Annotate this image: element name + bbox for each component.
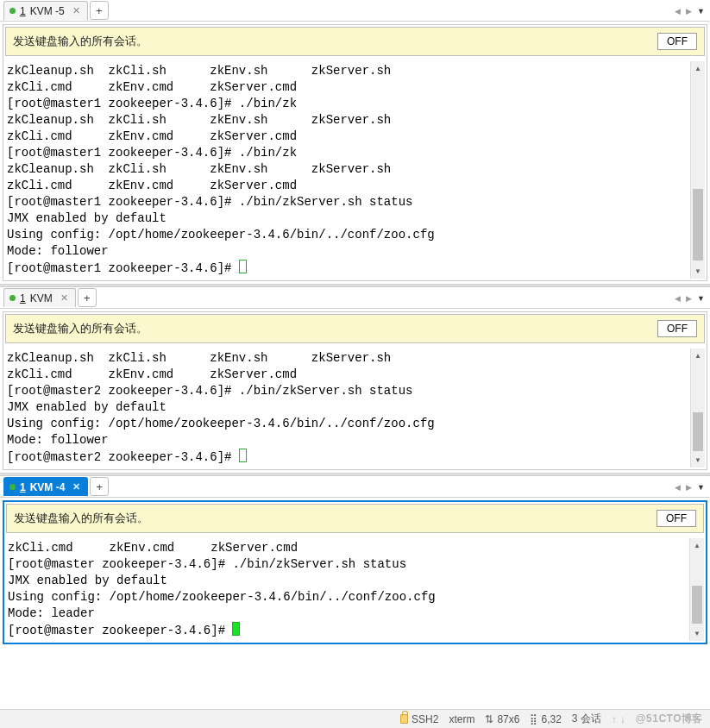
- pane-body-1: 发送键盘输入的所有会话。 OFF zkCleanup.sh zkCli.sh z…: [3, 24, 707, 281]
- terminal-area-1[interactable]: zkCleanup.sh zkCli.sh zkEnv.sh zkServer.…: [5, 61, 705, 279]
- scrollbar[interactable]: ▲ ▼: [689, 538, 704, 641]
- status-pos-text: 6,32: [541, 713, 561, 725]
- tabbar-controls: ◀ ▶ ▼: [675, 0, 705, 22]
- notice-text: 发送键盘输入的所有会话。: [13, 321, 148, 336]
- lock-icon: [400, 714, 408, 724]
- broadcast-notice: 发送键盘输入的所有会话。 OFF: [6, 504, 704, 533]
- status-dot-icon: [9, 484, 16, 490]
- tabbar-3: 1 KVM -4 ✕ + ◀ ▶ ▼: [0, 476, 710, 498]
- tab-kvm[interactable]: 1 KVM ✕: [3, 288, 76, 307]
- broadcast-off-button[interactable]: OFF: [657, 510, 696, 527]
- scroll-down-icon[interactable]: ▼: [690, 626, 704, 641]
- status-proto-text: SSH2: [412, 713, 438, 725]
- broadcast-off-button[interactable]: OFF: [657, 320, 697, 337]
- scroll-down-icon[interactable]: ▼: [691, 264, 705, 279]
- down-arrow-icon[interactable]: ↓: [620, 713, 625, 725]
- up-arrow-icon[interactable]: ↑: [612, 713, 617, 725]
- scrollbar[interactable]: ▲ ▼: [690, 61, 705, 279]
- tab-menu-icon[interactable]: ▼: [697, 7, 705, 16]
- tab-kvm-5[interactable]: 1 KVM -5 ✕: [3, 1, 88, 20]
- terminal-output-3[interactable]: zkCli.cmd zkEnv.cmd zkServer.cmd [root@m…: [6, 538, 689, 641]
- size-icon: ⇅: [485, 713, 493, 725]
- tabbar-controls: ◀ ▶ ▼: [675, 476, 705, 498]
- tab-index: 1: [20, 292, 26, 304]
- terminal-area-3[interactable]: zkCli.cmd zkEnv.cmd zkServer.cmd [root@m…: [6, 538, 704, 641]
- scroll-down-icon[interactable]: ▼: [691, 453, 705, 468]
- close-icon[interactable]: ✕: [60, 292, 68, 304]
- pos-icon: ⣿: [530, 713, 537, 725]
- status-dot-icon: [9, 295, 16, 301]
- close-icon[interactable]: ✕: [72, 5, 80, 16]
- prev-tab-icon[interactable]: ◀: [675, 483, 681, 492]
- scroll-thumb[interactable]: [692, 586, 702, 624]
- tabbar-2: 1 KVM ✕ + ◀ ▶ ▼: [0, 287, 710, 309]
- terminal-pane-1: 1 KVM -5 ✕ + ◀ ▶ ▼ 发送键盘输入的所有会话。 OFF zkCl…: [0, 0, 710, 284]
- tab-index: 1: [20, 5, 26, 17]
- scroll-thumb[interactable]: [693, 412, 703, 451]
- broadcast-off-button[interactable]: OFF: [657, 33, 697, 50]
- status-size: ⇅ 87x6: [485, 713, 519, 725]
- tab-index: 1: [20, 481, 26, 493]
- scroll-track[interactable]: [691, 76, 705, 264]
- pane-body-2: 发送键盘输入的所有会话。 OFF zkCleanup.sh zkCli.sh z…: [3, 311, 707, 470]
- pane-body-3: 发送键盘输入的所有会话。 OFF zkCli.cmd zkEnv.cmd zkS…: [3, 500, 707, 644]
- tabbar-1: 1 KVM -5 ✕ + ◀ ▶ ▼: [0, 0, 710, 22]
- status-proto: SSH2: [400, 713, 438, 725]
- cursor-icon: [239, 260, 247, 273]
- scroll-up-icon[interactable]: ▲: [691, 61, 705, 76]
- scroll-up-icon[interactable]: ▲: [690, 538, 704, 553]
- cursor-icon: [232, 622, 240, 636]
- status-dot-icon: [9, 8, 16, 14]
- tab-label: KVM: [30, 292, 53, 304]
- statusbar: SSH2 xterm ⇅ 87x6 ⣿ 6,32 3 会话 ↑ ↓ @51CTO…: [0, 709, 710, 728]
- close-icon[interactable]: ✕: [72, 481, 80, 493]
- scrollbar[interactable]: ▲ ▼: [690, 348, 705, 468]
- terminal-pane-2: 1 KVM ✕ + ◀ ▶ ▼ 发送键盘输入的所有会话。 OFF zkClean…: [0, 287, 710, 473]
- watermark: @51CTO博客: [636, 712, 703, 726]
- tab-kvm-4[interactable]: 1 KVM -4 ✕: [3, 477, 88, 496]
- tab-label: KVM -4: [30, 481, 66, 493]
- scroll-track[interactable]: [690, 553, 704, 626]
- notice-text: 发送键盘输入的所有会话。: [14, 511, 148, 526]
- status-pos: ⣿ 6,32: [530, 713, 561, 725]
- prev-tab-icon[interactable]: ◀: [675, 294, 681, 303]
- tabbar-controls: ◀ ▶ ▼: [675, 287, 705, 309]
- cursor-icon: [239, 449, 247, 462]
- tab-menu-icon[interactable]: ▼: [697, 483, 705, 492]
- broadcast-notice: 发送键盘输入的所有会话。 OFF: [5, 27, 705, 56]
- scroll-thumb[interactable]: [693, 189, 703, 260]
- status-term: xterm: [449, 713, 474, 725]
- scroll-track[interactable]: [691, 363, 705, 453]
- next-tab-icon[interactable]: ▶: [686, 294, 692, 303]
- notice-text: 发送键盘输入的所有会话。: [13, 34, 148, 49]
- next-tab-icon[interactable]: ▶: [686, 7, 692, 16]
- tab-menu-icon[interactable]: ▼: [697, 294, 705, 303]
- add-tab-button[interactable]: +: [78, 288, 97, 307]
- terminal-area-2[interactable]: zkCleanup.sh zkCli.sh zkEnv.sh zkServer.…: [5, 348, 705, 468]
- add-tab-button[interactable]: +: [90, 477, 109, 496]
- terminal-pane-3: 1 KVM -4 ✕ + ◀ ▶ ▼ 发送键盘输入的所有会话。 OFF zkCl…: [0, 476, 710, 647]
- add-tab-button[interactable]: +: [90, 1, 109, 20]
- next-tab-icon[interactable]: ▶: [686, 483, 692, 492]
- tab-label: KVM -5: [30, 5, 65, 17]
- prev-tab-icon[interactable]: ◀: [675, 7, 681, 16]
- status-size-text: 87x6: [497, 713, 519, 725]
- terminal-output-2[interactable]: zkCleanup.sh zkCli.sh zkEnv.sh zkServer.…: [5, 348, 690, 468]
- status-sessions: 3 会话: [572, 712, 601, 726]
- broadcast-notice: 发送键盘输入的所有会话。 OFF: [5, 314, 705, 343]
- terminal-output-1[interactable]: zkCleanup.sh zkCli.sh zkEnv.sh zkServer.…: [5, 61, 690, 279]
- scroll-up-icon[interactable]: ▲: [691, 348, 705, 363]
- status-arrows: ↑ ↓: [612, 713, 625, 725]
